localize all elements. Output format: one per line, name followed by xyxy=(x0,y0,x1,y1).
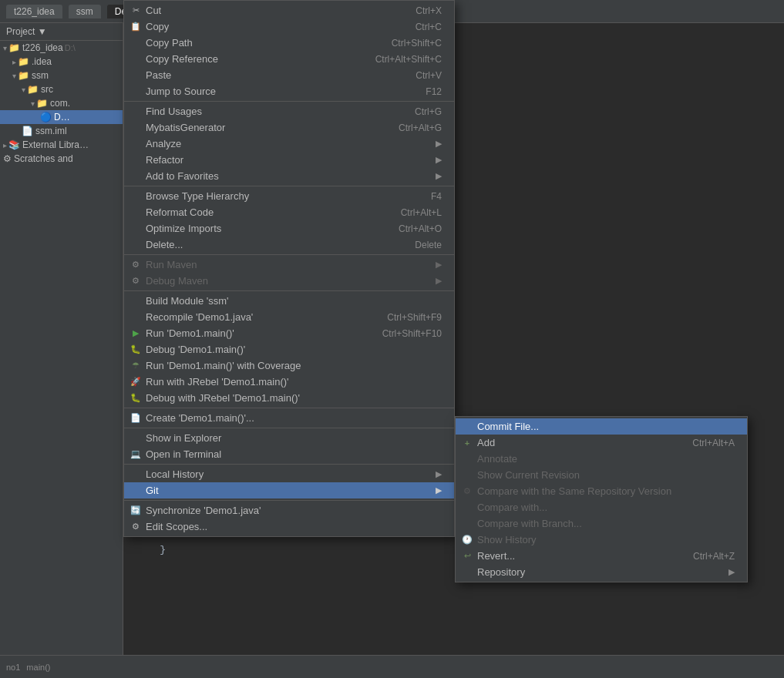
tree-label-idea: .idea xyxy=(32,56,52,67)
file-icon-demo1: 🔵 xyxy=(40,112,52,123)
git-compare-branch[interactable]: Compare with Branch... xyxy=(456,515,747,532)
menu-debug-jrebel[interactable]: 🐛 Debug with JRebel 'Demo1.main()' xyxy=(124,390,454,406)
git-compare-repo[interactable]: ⚙ Compare with the Same Repository Versi… xyxy=(456,483,747,499)
git-repository[interactable]: Repository ▶ xyxy=(456,564,747,580)
debug-maven-icon: ⚙ xyxy=(129,276,143,286)
menu-analyze[interactable]: Analyze ▶ xyxy=(124,136,454,152)
tree-item-idea[interactable]: ▸ 📁 .idea xyxy=(0,55,123,69)
compare-repo-label: Compare with the Same Repository Version xyxy=(477,485,671,497)
separator-5 xyxy=(124,408,454,408)
debug-maven-arrow: ▶ xyxy=(436,276,442,286)
tab-t226[interactable]: t226_idea xyxy=(6,5,62,18)
menu-copy-reference[interactable]: Copy Reference Ctrl+Alt+Shift+C xyxy=(124,51,454,67)
git-compare-with[interactable]: Compare with... xyxy=(456,499,747,515)
menu-copy-path[interactable]: Copy Path Ctrl+Shift+C xyxy=(124,35,454,51)
menu-synchronize[interactable]: 🔄 Synchronize 'Demo1.java' xyxy=(124,502,454,519)
tab-t226-label: t226_idea xyxy=(14,6,55,17)
revert-shortcut: Ctrl+Alt+Z xyxy=(693,551,735,562)
git-revert[interactable]: ↩ Revert... Ctrl+Alt+Z xyxy=(456,548,747,564)
menu-jump-source[interactable]: Jump to Source F12 xyxy=(124,83,454,99)
coverage-icon: ☂ xyxy=(129,361,143,371)
optimize-label: Optimize Imports xyxy=(146,223,221,234)
menu-delete[interactable]: Delete... Delete xyxy=(124,237,454,253)
menu-local-history[interactable]: Local History ▶ xyxy=(124,466,454,482)
cut-label: Cut xyxy=(146,5,161,16)
menu-optimize-imports[interactable]: Optimize Imports Ctrl+Alt+O xyxy=(124,220,454,237)
status-left: no1 xyxy=(6,663,20,672)
compare-repo-icon: ⚙ xyxy=(460,486,474,496)
menu-git[interactable]: Git ▶ xyxy=(124,482,454,498)
menu-copy[interactable]: 📋 Copy Ctrl+C xyxy=(124,18,454,35)
menu-debug-demo1[interactable]: 🐛 Debug 'Demo1.main()' xyxy=(124,341,454,357)
git-add[interactable]: + Add Ctrl+Alt+A xyxy=(456,435,747,451)
menu-terminal[interactable]: 💻 Open in Terminal xyxy=(124,446,454,462)
menu-create-demo1[interactable]: 📄 Create 'Demo1.main()'... xyxy=(124,410,454,426)
menu-refactor[interactable]: Refactor ▶ xyxy=(124,152,454,168)
menu-paste[interactable]: Paste Ctrl+V xyxy=(124,67,454,83)
folder-icon-com: 📁 xyxy=(36,98,48,109)
menu-build-module[interactable]: Build Module 'ssm' xyxy=(124,293,454,309)
favorites-arrow: ▶ xyxy=(436,171,442,181)
revert-icon: ↩ xyxy=(460,551,474,561)
tab-ssm-label: ssm xyxy=(76,6,93,17)
terminal-label: Open in Terminal xyxy=(146,448,221,460)
annotate-label: Annotate xyxy=(477,453,517,465)
menu-find-usages[interactable]: Find Usages Ctrl+G xyxy=(124,103,454,119)
tree-extra: D:\ xyxy=(65,43,76,52)
menu-run-coverage[interactable]: ☂ Run 'Demo1.main()' with Coverage xyxy=(124,357,454,374)
tree-item-src[interactable]: ▾ 📁 src xyxy=(0,82,123,96)
separator-2 xyxy=(124,186,454,186)
sync-icon: 🔄 xyxy=(129,505,143,515)
git-commit-file[interactable]: Commit File... xyxy=(456,418,747,435)
jrebel-run-label: Run with JRebel 'Demo1.main()' xyxy=(146,376,289,388)
mybatis-shortcut: Ctrl+Alt+G xyxy=(399,123,442,133)
separator-1 xyxy=(124,101,454,102)
copy-path-label: Copy Path xyxy=(146,37,193,49)
coverage-label: Run 'Demo1.main()' with Coverage xyxy=(146,360,301,371)
menu-run-jrebel[interactable]: 🚀 Run with JRebel 'Demo1.main()' xyxy=(124,374,454,390)
tab-ssm[interactable]: ssm xyxy=(69,5,101,18)
menu-show-explorer[interactable]: Show in Explorer xyxy=(124,430,454,446)
analyze-arrow: ▶ xyxy=(436,139,442,149)
git-annotate[interactable]: Annotate xyxy=(456,451,747,467)
hierarchy-label: Browse Type Hierarchy xyxy=(146,190,249,202)
tree-item-ssm-iml[interactable]: 📄 ssm.iml xyxy=(0,124,123,138)
copy-shortcut: Ctrl+C xyxy=(416,22,442,32)
tree-item-scratches[interactable]: ⚙ Scratches and xyxy=(0,152,123,166)
menu-run-maven[interactable]: ⚙ Run Maven ▶ xyxy=(124,257,454,273)
run-demo1-label: Run 'Demo1.main()' xyxy=(146,327,234,339)
menu-reformat[interactable]: Reformat Code Ctrl+Alt+L xyxy=(124,204,454,220)
add-label: Add xyxy=(477,437,495,448)
menu-cut[interactable]: ✂ Cut Ctrl+X xyxy=(124,2,454,18)
scratches-icon: ⚙ xyxy=(3,153,12,164)
tree-item-demo1[interactable]: 🔵 D… xyxy=(0,110,123,124)
tree-item-ssm[interactable]: ▾ 📁 ssm xyxy=(0,69,123,82)
git-show-history[interactable]: 🕐 Show History xyxy=(456,532,747,548)
delete-shortcut: Delete xyxy=(415,240,442,250)
menu-mybatis[interactable]: MybatisGenerator Ctrl+Alt+G xyxy=(124,119,454,136)
create-icon: 📄 xyxy=(129,413,143,423)
sidebar-header[interactable]: Project ▼ xyxy=(0,23,123,41)
tree-label-extlibs: External Libra… xyxy=(22,139,89,150)
recompile-label: Recompile 'Demo1.java' xyxy=(146,311,253,323)
menu-recompile[interactable]: Recompile 'Demo1.java' Ctrl+Shift+F9 xyxy=(124,309,454,325)
tree-item-com[interactable]: ▾ 📁 com. xyxy=(0,96,123,110)
menu-debug-maven[interactable]: ⚙ Debug Maven ▶ xyxy=(124,273,454,289)
add-shortcut: Ctrl+Alt+A xyxy=(692,438,735,448)
repo-arrow: ▶ xyxy=(728,567,735,577)
tree-item-external-libs[interactable]: ▸ 📚 External Libra… xyxy=(0,138,123,152)
menu-add-favorites[interactable]: Add to Favorites ▶ xyxy=(124,168,454,184)
reformat-label: Reformat Code xyxy=(146,206,214,218)
tree-item-t226[interactable]: ▾ 📁 t226_idea D:\ xyxy=(0,41,123,55)
tree-arrow-extlibs: ▸ xyxy=(3,141,7,149)
analyze-label: Analyze xyxy=(146,138,181,149)
menu-edit-scopes[interactable]: ⚙ Edit Scopes... xyxy=(124,519,454,535)
jump-source-shortcut: F12 xyxy=(426,86,442,97)
jrebel-run-icon: 🚀 xyxy=(129,377,143,387)
context-menu: ✂ Cut Ctrl+X 📋 Copy Ctrl+C Copy Path Ctr… xyxy=(123,0,455,537)
menu-run-demo1[interactable]: ▶ Run 'Demo1.main()' Ctrl+Shift+F10 xyxy=(124,325,454,341)
recompile-shortcut: Ctrl+Shift+F9 xyxy=(387,312,442,323)
git-show-revision[interactable]: Show Current Revision xyxy=(456,467,747,483)
favorites-label: Add to Favorites xyxy=(146,170,219,182)
menu-browse-hierarchy[interactable]: Browse Type Hierarchy F4 xyxy=(124,188,454,204)
